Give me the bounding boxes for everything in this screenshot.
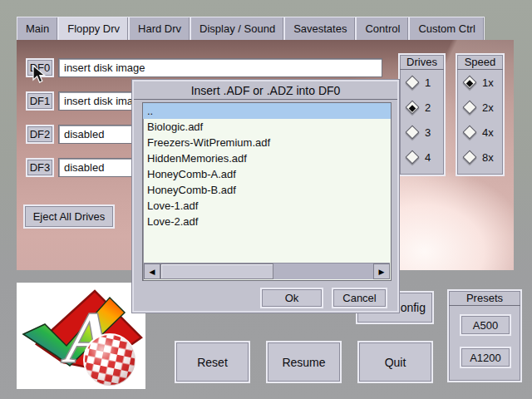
emulator-window: Main Floppy Drv Hard Drv Display / Sound…	[0, 0, 532, 399]
reset-button[interactable]: Reset	[175, 341, 250, 383]
drives-radio-4[interactable]: 4	[400, 145, 444, 170]
tab-display-sound[interactable]: Display / Sound	[190, 17, 284, 40]
df3-button[interactable]: DF3	[26, 158, 54, 177]
ok-button[interactable]: Ok	[260, 288, 323, 308]
speed-panel: Speed 1x 2x 4x 8x	[456, 53, 505, 176]
tab-bar: Main Floppy Drv Hard Drv Display / Sound…	[17, 17, 485, 40]
list-item[interactable]: HiddenMemories.adf	[143, 150, 391, 166]
amiga-logo: A	[17, 283, 145, 389]
tab-floppy-drv[interactable]: Floppy Drv	[58, 17, 129, 40]
df1-button[interactable]: DF1	[26, 91, 54, 111]
speed-radio-1x[interactable]: 1x	[457, 70, 503, 95]
drives-radio-2[interactable]: 2	[400, 95, 444, 120]
tab-custom-ctrl[interactable]: Custom Ctrl	[409, 17, 485, 40]
list-item[interactable]: Love-1.adf	[143, 198, 391, 214]
speed-radio-4x[interactable]: 4x	[457, 120, 503, 145]
speed-radio-2x[interactable]: 2x	[457, 95, 503, 120]
radio-diamond-icon	[406, 126, 420, 140]
radio-diamond-icon	[406, 101, 420, 115]
list-item[interactable]: Love-2.adf	[143, 214, 391, 229]
radio-diamond-icon	[406, 76, 420, 90]
mouse-cursor-icon	[32, 65, 46, 87]
list-item[interactable]: Freezers-WitPremium.adf	[143, 135, 391, 150]
resume-button[interactable]: Resume	[266, 341, 342, 383]
drives-radio-3[interactable]: 3	[400, 120, 444, 145]
presets-panel-title: Presets	[449, 291, 520, 306]
list-item[interactable]: Biologic.adf	[143, 119, 391, 135]
list-item[interactable]: HoneyComb-A.adf	[143, 166, 391, 182]
scrollbar-thumb[interactable]	[160, 264, 273, 279]
quit-button[interactable]: Quit	[357, 341, 433, 383]
speed-radio-8x[interactable]: 8x	[457, 145, 503, 170]
tab-hard-drv[interactable]: Hard Drv	[129, 17, 190, 40]
tab-savestates[interactable]: Savestates	[284, 17, 356, 40]
scrollbar-trough[interactable]	[273, 264, 373, 279]
eject-all-drives-button[interactable]: Eject All Drives	[23, 204, 115, 229]
scroll-right-icon[interactable]: ▶	[373, 264, 390, 279]
drives-panel: Drives 1 2 3 4	[398, 53, 446, 176]
scroll-left-icon[interactable]: ◀	[144, 264, 160, 279]
list-item[interactable]: HoneyComb-B.adf	[143, 182, 391, 198]
preset-a500-button[interactable]: A500	[460, 314, 511, 336]
df2-button[interactable]: DF2	[26, 125, 54, 144]
drives-panel-title: Drives	[400, 55, 444, 70]
df0-path-field[interactable]: insert disk image	[58, 58, 382, 77]
list-item[interactable]: ..	[143, 103, 391, 119]
insert-disk-dialog: Insert .ADF or .ADZ into DF0 .. Biologic…	[131, 79, 400, 313]
drives-radio-1[interactable]: 1	[400, 70, 444, 95]
tab-control[interactable]: Control	[356, 17, 409, 40]
radio-diamond-icon	[463, 76, 477, 90]
speed-panel-title: Speed	[457, 55, 503, 70]
dialog-title: Insert .ADF or .ADZ into DF0	[134, 81, 397, 100]
cancel-button[interactable]: Cancel	[332, 288, 387, 308]
radio-diamond-icon	[463, 150, 477, 165]
radio-diamond-icon	[463, 126, 477, 140]
tab-main[interactable]: Main	[17, 17, 58, 40]
preset-a1200-button[interactable]: A1200	[460, 347, 511, 368]
presets-panel: Presets A500 A1200	[447, 289, 522, 382]
radio-diamond-icon	[463, 101, 477, 115]
horizontal-scrollbar[interactable]: ◀ ▶	[144, 263, 390, 279]
file-listbox[interactable]: .. Biologic.adf Freezers-WitPremium.adf …	[142, 102, 392, 281]
radio-diamond-icon	[406, 150, 420, 165]
